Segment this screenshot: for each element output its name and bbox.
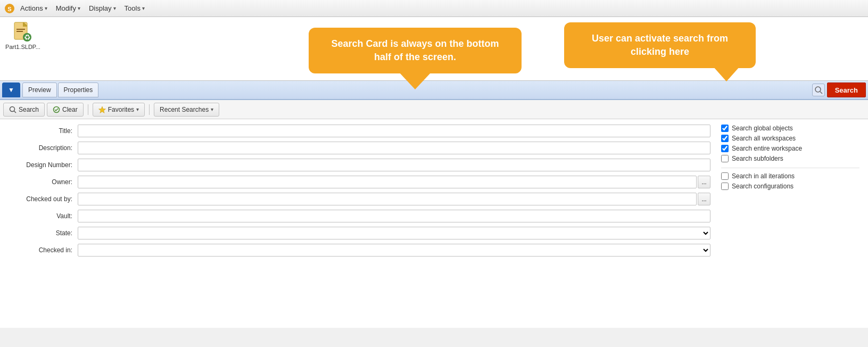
design-number-input[interactable]: [78, 159, 710, 171]
owner-label: Owner:: [9, 178, 78, 186]
display-arrow: ▾: [113, 5, 116, 11]
actions-arrow: ▾: [45, 5, 47, 11]
search-all-workspaces-checkbox[interactable]: [721, 135, 729, 142]
menu-bar: S Actions ▾ Modify ▾ Display ▾ Tools ▾: [0, 0, 868, 17]
checkbox-group-2: Search in all iterations Search configur…: [721, 172, 859, 190]
toolbar-divider-2: [149, 104, 150, 115]
favorites-arrow: ▾: [136, 106, 139, 112]
search-all-workspaces-label[interactable]: Search all workspaces: [732, 135, 796, 142]
description-label: Description:: [9, 144, 78, 152]
clear-icon: [53, 106, 60, 113]
file-name: Part1.SLDP...: [5, 44, 40, 50]
toolbar-divider-1: [88, 104, 88, 115]
search-subfolders-row: Search subfolders: [721, 155, 859, 162]
search-global-checkbox[interactable]: [721, 125, 729, 132]
owner-input[interactable]: [78, 176, 697, 188]
checkbox-group-1: Search global objects Search all workspa…: [721, 125, 859, 162]
search-all-iterations-checkbox[interactable]: [721, 172, 729, 180]
svg-text:♻: ♻: [24, 33, 31, 42]
search-toolbar-icon: [9, 106, 16, 113]
search-toolbar-button[interactable]: Search: [3, 103, 45, 117]
owner-browse-button[interactable]: ...: [698, 176, 710, 188]
search-button-red[interactable]: Search: [827, 82, 866, 97]
tab-active-dropdown[interactable]: ▼: [2, 82, 20, 97]
tab-bar: ▼ Preview Properties Search: [0, 81, 868, 100]
app-icon: S: [4, 3, 15, 14]
search-form-left: Title: Description: Design Number: Owner…: [9, 125, 710, 323]
search-configurations-label[interactable]: Search configurations: [732, 183, 793, 190]
modify-arrow: ▾: [78, 5, 80, 11]
search-entire-workspace-row: Search entire workspace: [721, 145, 859, 152]
checkbox-separator: [721, 168, 859, 168]
search-subfolders-label[interactable]: Search subfolders: [732, 155, 783, 162]
checked-out-by-input-group: ...: [78, 193, 710, 205]
design-number-row: Design Number:: [9, 159, 710, 171]
menu-tools[interactable]: Tools ▾: [121, 3, 148, 13]
state-row: State: Draft Released Obsolete: [9, 227, 710, 239]
file-icon: ♻: [12, 21, 34, 43]
content-area: ♻ Part1.SLDP... Search Card is always on…: [0, 17, 868, 81]
recent-arrow: ▾: [211, 106, 213, 112]
tooltip-search-card: Search Card is always on the bottom half…: [309, 28, 522, 73]
state-label: State:: [9, 229, 78, 237]
star-icon: [98, 106, 106, 113]
tools-arrow: ▾: [142, 5, 145, 11]
search-toolbar: Search Clear Favorites ▾ Recent Searches…: [0, 100, 868, 119]
owner-input-group: ...: [78, 176, 710, 188]
search-entire-workspace-label[interactable]: Search entire workspace: [732, 145, 802, 152]
svg-marker-13: [98, 106, 105, 113]
search-global-row: Search global objects: [721, 125, 859, 132]
state-select[interactable]: Draft Released Obsolete: [78, 227, 710, 239]
bottom-container: Search Clear Favorites ▾ Recent Searches…: [0, 100, 868, 328]
tab-preview[interactable]: Preview: [22, 82, 57, 97]
search-all-workspaces-row: Search all workspaces: [721, 135, 859, 142]
checked-out-by-label: Checked out by:: [9, 195, 78, 203]
clear-button[interactable]: Clear: [47, 103, 84, 117]
svg-rect-5: [16, 31, 23, 32]
recent-searches-button[interactable]: Recent Searches ▾: [154, 103, 219, 117]
vault-label: Vault:: [9, 212, 78, 220]
svg-rect-4: [16, 29, 25, 30]
tab-properties[interactable]: Properties: [58, 82, 99, 97]
checked-out-by-input[interactable]: [78, 193, 697, 205]
checked-in-label: Checked in:: [9, 246, 78, 254]
vault-input[interactable]: [78, 210, 710, 222]
design-number-label: Design Number:: [9, 161, 78, 169]
search-glass-icon: [814, 86, 823, 94]
menu-display[interactable]: Display ▾: [86, 3, 119, 13]
search-configurations-row: Search configurations: [721, 183, 859, 190]
checked-out-by-row: Checked out by: ...: [9, 193, 710, 205]
search-all-iterations-label[interactable]: Search in all iterations: [732, 172, 795, 180]
svg-line-9: [820, 92, 822, 94]
favorites-button[interactable]: Favorites ▾: [93, 103, 145, 117]
search-form-area: Title: Description: Design Number: Owner…: [0, 119, 868, 328]
search-icon-right[interactable]: [812, 84, 825, 96]
svg-point-8: [815, 87, 821, 92]
description-input[interactable]: [78, 142, 710, 154]
checked-in-row: Checked in: Yes No: [9, 244, 710, 257]
search-global-label[interactable]: Search global objects: [732, 125, 793, 132]
search-entire-workspace-checkbox[interactable]: [721, 145, 729, 152]
svg-text:S: S: [7, 6, 11, 12]
menu-modify[interactable]: Modify ▾: [53, 3, 84, 13]
checked-out-by-browse-button[interactable]: ...: [698, 193, 710, 205]
checked-in-select[interactable]: Yes No: [78, 244, 710, 257]
search-subfolders-checkbox[interactable]: [721, 155, 729, 162]
search-all-iterations-row: Search in all iterations: [721, 172, 859, 180]
search-form-right: Search global objects Search all workspa…: [710, 125, 859, 323]
search-configurations-checkbox[interactable]: [721, 183, 729, 190]
title-input[interactable]: [78, 125, 710, 137]
description-row: Description:: [9, 142, 710, 154]
title-row: Title:: [9, 125, 710, 137]
owner-row: Owner: ...: [9, 176, 710, 188]
menu-actions[interactable]: Actions ▾: [17, 3, 51, 13]
tooltip-activate-search: User can activate search from clicking h…: [564, 22, 756, 68]
file-item[interactable]: ♻ Part1.SLDP...: [4, 21, 42, 50]
title-label: Title:: [9, 127, 78, 135]
svg-line-11: [14, 111, 16, 113]
vault-row: Vault:: [9, 210, 710, 222]
